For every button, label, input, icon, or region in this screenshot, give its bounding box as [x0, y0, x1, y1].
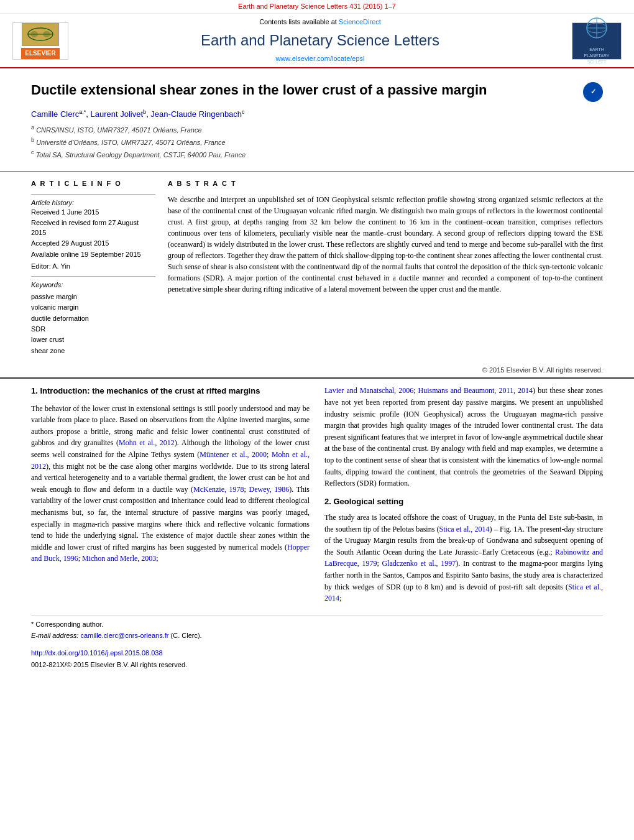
cite-gladczenko[interactable]: Gladczenko et al., 1997 — [382, 559, 456, 568]
article-section: Ductile extensional shear zones in the l… — [0, 68, 634, 172]
author-3-sup: c — [242, 109, 245, 115]
section2-title: 2. Geological setting — [324, 496, 603, 508]
kw-6: shear zone — [31, 346, 155, 356]
article-history-block: Article history: Received 1 June 2015 Re… — [31, 198, 155, 272]
svg-point-3 — [43, 31, 50, 37]
journal-logo: EARTHPLANETARYSCI LETT — [572, 22, 622, 60]
header-center: Contents lists available at ScienceDirec… — [81, 17, 559, 64]
body-para-1: The behavior of the lower crust in exten… — [31, 403, 310, 565]
cite-hopper[interactable]: Hopper and Buck, 1996 — [31, 543, 310, 563]
body-para-3: The study area is located offshore the c… — [324, 512, 603, 604]
issn-line: 0012-821X/© 2015 Elsevier B.V. All right… — [31, 660, 603, 670]
cite-dewey[interactable]: Dewey, 1986 — [249, 485, 290, 494]
cite-rabinowitz[interactable]: Rabinowitz and LaBrecque, 1979 — [324, 548, 603, 568]
body-para-2: Lavier and Manatschal, 2006; Huismans an… — [324, 385, 603, 489]
elsevier-label: ELSEVIER — [21, 48, 59, 59]
journal-header: ELSEVIER Contents lists available at Sci… — [0, 14, 634, 68]
article-title-text: Ductile extensional shear zones in the l… — [31, 82, 487, 98]
body-content: 1. Introduction: the mechanics of the cr… — [0, 377, 634, 615]
affil-2: b Université d'Orléans, ISTO, UMR7327, 4… — [31, 136, 603, 147]
journal-title-header: Earth and Planetary Science Letters — [81, 30, 559, 51]
corresponding-label: * Corresponding author. — [31, 620, 603, 629]
crossmark-badge[interactable]: ✓ — [583, 82, 603, 102]
article-title-block: Ductile extensional shear zones in the l… — [31, 81, 603, 102]
contents-text: Contents lists available at ScienceDirec… — [81, 17, 559, 27]
keywords-block: Keywords: passive margin volcanic margin… — [31, 280, 155, 356]
affil-1: a CNRS/INSU, ISTO, UMR7327, 45071 Orléan… — [31, 124, 603, 135]
elsevier-logo: ELSEVIER — [12, 22, 68, 60]
affil-3: c Total SA, Structural Geology Departmen… — [31, 149, 603, 160]
copyright-line: © 2015 Elsevier B.V. All rights reserved… — [0, 363, 634, 377]
editor-info: Editor: A. Yin — [31, 262, 155, 271]
cite-stica-2014a[interactable]: Stica et al., 2014 — [439, 525, 490, 533]
journal-url[interactable]: www.elsevier.com/locate/epsl — [275, 55, 364, 62]
email-link[interactable]: camille.clerc@cnrs-orleans.fr — [80, 632, 168, 639]
author-1: Camille Clerc — [31, 109, 79, 119]
sciencedirect-link[interactable]: ScienceDirect — [339, 18, 381, 25]
history-label: Article history: — [31, 198, 155, 208]
doi-link[interactable]: http://dx.doi.org/10.1016/j.epsl.2015.08… — [31, 649, 163, 657]
revised-date: Received in revised form 27 August 2015 — [31, 218, 155, 238]
kw-1: passive margin — [31, 292, 155, 302]
body-col-left: 1. Introduction: the mechanics of the cr… — [31, 385, 310, 609]
cite-michon[interactable]: Michon and Merle, 2003 — [82, 554, 156, 563]
section1-title: 1. Introduction: the mechanics of the cr… — [31, 385, 310, 397]
accepted-date: Accepted 29 August 2015 — [31, 239, 155, 248]
cite-lavier[interactable]: Lavier and Manatschal, 2006 — [324, 386, 413, 395]
body-col-right: Lavier and Manatschal, 2006; Huismans an… — [324, 385, 603, 609]
email-line: E-mail address: camille.clerc@cnrs-orlea… — [31, 631, 603, 640]
available-date: Available online 19 September 2015 — [31, 250, 155, 259]
received-date: Received 1 June 2015 — [31, 208, 155, 217]
info-abstract-section: A R T I C L E I N F O Article history: R… — [0, 171, 634, 363]
cite-mohn-2012b[interactable]: Mohn et al., 2012 — [31, 450, 310, 471]
abstract-heading: A B S T R A C T — [168, 179, 603, 188]
cite-huismans[interactable]: Huismans and Beaumont, 2011, 2014 — [418, 386, 533, 395]
kw-3: ductile deformation — [31, 314, 155, 323]
journal-reference: Earth and Planetary Science Letters 431 … — [0, 0, 634, 14]
kw-5: lower crust — [31, 335, 155, 344]
affiliations: a CNRS/INSU, ISTO, UMR7327, 45071 Orléan… — [31, 124, 603, 160]
author-2-sup: b — [143, 109, 146, 115]
authors-line: Camille Clerca,*, Laurent Jolivetb, Jean… — [31, 108, 603, 121]
abstract-text: We describe and interpret an unpublished… — [168, 194, 603, 295]
doi-line: http://dx.doi.org/10.1016/j.epsl.2015.08… — [31, 648, 603, 658]
cite-mohn-2012a[interactable]: Mohn et al., 2012 — [119, 438, 175, 447]
keywords-label: Keywords: — [31, 280, 155, 290]
kw-2: volcanic margin — [31, 303, 155, 312]
abstract-col: A B S T R A C T We describe and interpre… — [168, 179, 603, 357]
svg-point-2 — [30, 31, 38, 37]
cite-stica-2014b[interactable]: Stica et al., 2014 — [324, 583, 603, 603]
body-two-col: 1. Introduction: the mechanics of the cr… — [31, 385, 603, 609]
corresponding-block: * Corresponding author. E-mail address: … — [31, 616, 603, 647]
kw-4: SDR — [31, 325, 155, 334]
author-1-sup: a,* — [79, 109, 86, 115]
cite-muntener[interactable]: Müntener et al., 2000 — [200, 450, 267, 459]
article-info-heading: A R T I C L E I N F O — [31, 179, 155, 188]
article-info-col: A R T I C L E I N F O Article history: R… — [31, 179, 155, 357]
footer-links: http://dx.doi.org/10.1016/j.epsl.2015.08… — [0, 646, 634, 672]
author-2: Laurent Jolivet — [91, 109, 144, 119]
cite-mckenzie[interactable]: McKenzie, 1978 — [193, 485, 244, 494]
author-3: Jean-Claude Ringenbach — [150, 109, 242, 119]
